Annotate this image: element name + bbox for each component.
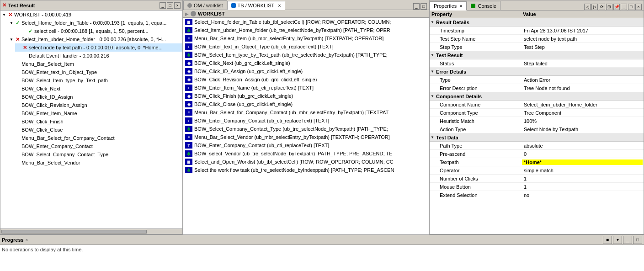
- progress-min-btn[interactable]: _: [623, 236, 632, 244]
- icon-bow-select-company: [14, 151, 21, 158]
- section-result-details[interactable]: ▼ Result Details: [430, 18, 644, 27]
- wl-item-16[interactable]: 🌲 BOW_select_Vendor (ub_tre_selectNode_b…: [183, 149, 429, 158]
- test-result-icon: ✕: [2, 2, 6, 8]
- tab-console[interactable]: Console: [467, 1, 500, 10]
- wl-icon-10: ◉: [185, 101, 192, 107]
- wl-item-11[interactable]: ≡ Menu_Bar_Select_for_Company_Contact (u…: [183, 108, 429, 117]
- minimize-btn[interactable]: _: [160, 2, 166, 9]
- tab-max-btn[interactable]: □: [420, 3, 427, 10]
- props-sync-btn[interactable]: ⟳: [599, 4, 605, 10]
- section-test-result[interactable]: ▼ Test Result: [430, 51, 644, 59]
- toggle-select-home[interactable]: [9, 20, 14, 26]
- properties-close-icon[interactable]: ×: [459, 3, 462, 9]
- wl-item-4[interactable]: 🌲 BOW_Select_Item_type_by_Text_path (ub_…: [183, 51, 429, 59]
- tree-item-bow-click-id[interactable]: BOW_Click_ID_Assign: [8, 93, 182, 101]
- progress-stop-btn[interactable]: ■: [603, 236, 612, 244]
- label-heuristic-match: Heuristic Match: [431, 118, 522, 124]
- tree-item-bow-enter-item[interactable]: BOW_Enter_Item_Name: [8, 109, 182, 117]
- tree-item-ubder[interactable]: ✕ Select_item_ubder_Home_folder - 0:00:0…: [8, 35, 182, 43]
- wl-item-10[interactable]: ◉ BOW_Click_Close (ub_grc_clickLeft_sing…: [183, 100, 429, 108]
- tab-ts-close[interactable]: ×: [278, 3, 281, 8]
- label-type: Type: [431, 77, 522, 83]
- row-mouse-button: Mouse Button 1: [430, 183, 644, 191]
- tree-item-default-event[interactable]: Default Event Handler - 0:00:00.216: [15, 52, 182, 60]
- test-result-header: ✕ Test Result _ □ ×: [0, 0, 182, 11]
- props-pin-btn[interactable]: 📌: [613, 4, 620, 10]
- wl-item-14[interactable]: ≡ Menu_Bar_Select_Vendor (ub_mbr_selectE…: [183, 133, 429, 141]
- props-back-btn[interactable]: ◁: [584, 4, 591, 10]
- tree-item-select-cell[interactable]: ✓ select cell - 0:00:00.188 [1, equals, …: [8, 27, 182, 35]
- wl-item-8[interactable]: T BOW_Enter_Item_Name (ub_cti_replaceTex…: [183, 84, 429, 92]
- props-fwd-btn[interactable]: ▷: [591, 4, 598, 10]
- label-bow-click-next: BOW_Click_Next: [21, 86, 60, 91]
- val-test-step-name: select node by text path: [522, 36, 643, 42]
- wl-item-7[interactable]: ◉ BOW_Click_Revision_Assign (ub_grc_clic…: [183, 75, 429, 84]
- tab-ts-worklist[interactable]: TS / WORKLIST ×: [227, 1, 285, 10]
- wl-item-13[interactable]: 🌲 BOW_Select_Company_Contact_Type (ub_tr…: [183, 125, 429, 133]
- tree-item-bow-select-company[interactable]: BOW_Select_Company_Contact_Type: [8, 150, 182, 159]
- props-layout-btn[interactable]: ⊞: [606, 4, 612, 10]
- wl-label-6: BOW_Click_ID_Assign (ub_grc_clickLeft_si…: [194, 69, 303, 74]
- row-textpath: Textpath *Home*: [430, 158, 644, 166]
- worklist-content: ▦ Select_Home_folder_in_Table (ub_tbl_se…: [183, 18, 429, 234]
- tree-item-select-home[interactable]: ✓ Select_Home_folder_in_Table - 0:00:00.…: [8, 19, 182, 27]
- tree-item-worklist[interactable]: ✕ WORKLIST - 0:00:00.419: [0, 11, 182, 19]
- tree-item-bow-click-rev[interactable]: BOW_Click_Revision_Assign: [8, 101, 182, 109]
- row-num-clicks: Number of Clicks 1: [430, 175, 644, 183]
- toggle-ubder[interactable]: [9, 37, 14, 42]
- wl-item-3[interactable]: T BOW_Enter_text_in_Object_Type (ub_cti_…: [183, 43, 429, 51]
- icon-bow-enter-item: [14, 110, 21, 117]
- label-select-node: select node by text path - 0:00:00.010 […: [29, 45, 163, 50]
- tree-item-bow-click-close[interactable]: BOW_Click_Close: [8, 126, 182, 134]
- wl-label-17: Select_and_Open_Worklist (ub_tbl_selectC…: [194, 159, 394, 165]
- wl-item-2[interactable]: ≡ Menu_Bar_Select_Item (ub_mbr_selectEnt…: [183, 34, 429, 43]
- tree-item-bow-click-next[interactable]: BOW_Click_Next: [8, 85, 182, 93]
- tree-item-bow-enter[interactable]: BOW_Enter_text_in_Object_Type: [8, 68, 182, 76]
- wl-item-1[interactable]: 🌲 Select_item_ubder_Home_folder (ub_tre_…: [183, 26, 429, 34]
- section-error-details[interactable]: ▼ Error Details: [430, 68, 644, 76]
- section-test-data[interactable]: ▼ Test Data: [430, 133, 644, 142]
- toggle-worklist[interactable]: [1, 12, 7, 17]
- section-component-details-label: Component Details: [436, 94, 482, 99]
- label-bow-click-finish: BOW_Click_Finish: [21, 119, 64, 124]
- tab-min-btn[interactable]: _: [413, 3, 420, 10]
- tree-item-bow-select[interactable]: BOW_Select_Item_type_by_Text_path: [8, 76, 182, 85]
- wl-item-6[interactable]: ◉ BOW_Click_ID_Assign (ub_grc_clickLeft_…: [183, 67, 429, 75]
- close-btn[interactable]: ×: [174, 2, 181, 9]
- wl-item-9[interactable]: ◉ BOW_Click_Finish (ub_grc_clickLeft_sin…: [183, 92, 429, 100]
- wl-item-17[interactable]: ▦ Select_and_Open_Worklist (ub_tbl_selec…: [183, 158, 429, 166]
- wl-label-1: Select_item_ubder_Home_folder (ub_tre_se…: [194, 27, 390, 33]
- tree-item-menu-bar-company[interactable]: Menu_Bar_Select_for_Company_Contact: [8, 134, 182, 142]
- wl-icon-9: ◉: [185, 93, 192, 99]
- wl-item-5[interactable]: ◉ BOW_Click_Next (ub_grc_clickLeft_singl…: [183, 59, 429, 67]
- label-bow-enter: BOW_Enter_text_in_Object_Type: [21, 69, 97, 75]
- test-result-scrollbar[interactable]: [0, 228, 182, 234]
- tab-properties[interactable]: Properties ×: [430, 1, 467, 11]
- tab-om-worklist[interactable]: OM / worklist: [183, 0, 227, 10]
- wl-item-12[interactable]: T BOW_Enter_Company_Contact (ub_cti_repl…: [183, 117, 429, 125]
- props-close-btn[interactable]: ×: [635, 4, 642, 10]
- icon-select-cell: ✓: [27, 28, 33, 34]
- om-icon: [187, 3, 192, 8]
- icon-menu-bar-vendor: [14, 159, 21, 166]
- wl-label-8: BOW_Enter_Item_Name (ub_cti_replaceText)…: [194, 85, 314, 90]
- tree-item-menu-bar[interactable]: Menu_Bar_Select_Item: [8, 60, 182, 68]
- tree-item-select-node[interactable]: ✕ select node by text path - 0:00:00.010…: [15, 43, 182, 52]
- val-path-type: absolute: [522, 143, 643, 149]
- props-header-prop: Property: [431, 11, 523, 17]
- section-component-details[interactable]: ▼ Component Details: [430, 92, 644, 101]
- wl-item-18[interactable]: 🌲 Select the work flow task (ub_tre_sele…: [183, 166, 429, 174]
- icon-menu-bar-company: [14, 135, 21, 141]
- tree-item-menu-bar-vendor[interactable]: Menu_Bar_Select_Vendor: [8, 159, 182, 167]
- wl-label-0: Select_Home_folder_in_Table (ub_tbl_sele…: [194, 19, 391, 25]
- props-max-btn[interactable]: □: [628, 4, 634, 10]
- tree-item-bow-enter-company[interactable]: BOW_Enter_Company_Contact: [8, 142, 182, 150]
- props-min-btn[interactable]: _: [621, 4, 627, 10]
- progress-down-btn[interactable]: ▾: [613, 236, 622, 244]
- wl-item-0[interactable]: ▦ Select_Home_folder_in_Table (ub_tbl_se…: [183, 18, 429, 26]
- progress-max-btn[interactable]: □: [633, 236, 642, 244]
- wl-item-15[interactable]: T BOW_Enter_Company_Contact (ub_cti_repl…: [183, 141, 429, 149]
- tree-item-bow-click-finish[interactable]: BOW_Click_Finish: [8, 117, 182, 126]
- maximize-btn[interactable]: □: [167, 2, 173, 9]
- wl-label-13: BOW_Select_Company_Contact_Type (ub_tre_…: [194, 126, 388, 132]
